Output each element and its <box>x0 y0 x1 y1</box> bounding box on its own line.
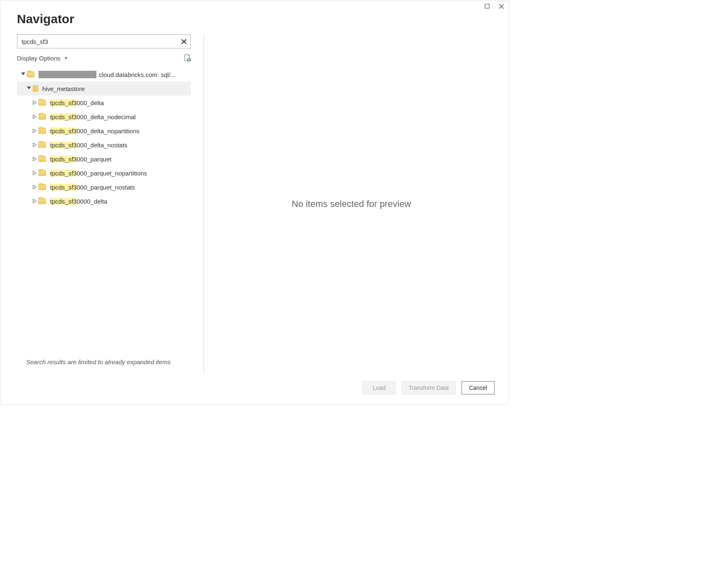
tree-schema-label-rest: 000_delta_nostats <box>77 142 127 149</box>
folder-icon <box>27 72 34 77</box>
tree-schema-label-rest: 000_delta_nodecimal <box>77 113 136 120</box>
expand-icon[interactable] <box>32 170 38 176</box>
preview-empty-message: No items selected for preview <box>292 199 411 209</box>
search-highlight: tpcds_sf3 <box>50 99 77 106</box>
refresh-button[interactable] <box>183 54 191 62</box>
maximize-button[interactable] <box>484 3 490 10</box>
folder-icon <box>38 170 46 176</box>
redacted-host <box>38 71 96 78</box>
tree-schema-item[interactable]: tpcds_sf3000_delta_nodecimal <box>17 110 191 124</box>
tree-db-label: hive_metastore <box>42 85 85 92</box>
tree-schema-label-rest: 0000_delta <box>77 198 107 205</box>
navigator-dialog: Navigator Display Options ▼ <box>0 0 509 405</box>
transform-data-button[interactable]: Transform Data <box>401 381 456 394</box>
search-highlight: tpcds_sf3 <box>50 127 77 135</box>
tree-schema-item[interactable]: tpcds_sf3000_delta_nostats <box>17 138 191 152</box>
search-highlight: tpcds_sf3 <box>50 156 77 163</box>
tree-schema-label: tpcds_sf3000_parquet_nostats <box>50 184 135 191</box>
display-options-dropdown[interactable]: Display Options ▼ <box>17 55 68 62</box>
tree-schema-label: tpcds_sf3000_delta_nopartitions <box>50 127 139 135</box>
svg-marker-9 <box>33 115 36 119</box>
clear-search-button[interactable] <box>179 37 188 46</box>
search-highlight: tpcds_sf3 <box>50 113 77 120</box>
expand-icon[interactable] <box>32 156 38 162</box>
expand-icon[interactable] <box>32 198 38 204</box>
svg-rect-0 <box>485 4 489 8</box>
search-scope-hint: Search results are limited to already ex… <box>17 354 191 374</box>
search-wrap <box>17 34 191 48</box>
cancel-button-label: Cancel <box>469 384 487 391</box>
options-row: Display Options ▼ <box>17 54 191 62</box>
navigator-tree[interactable]: .cloud.databricks.com: sql/... hive_meta… <box>17 65 191 354</box>
tree-schema-label-rest: 000_parquet_nostats <box>77 184 135 191</box>
load-button[interactable]: Load <box>363 381 396 394</box>
navigator-left-pane: Display Options ▼ <box>17 34 204 374</box>
tree-root-connection[interactable]: .cloud.databricks.com: sql/... <box>17 67 191 82</box>
folder-icon <box>38 114 46 120</box>
expand-icon[interactable] <box>32 100 38 106</box>
expand-icon[interactable] <box>32 184 38 190</box>
tree-schema-item[interactable]: tpcds_sf3000_parquet_nopartitions <box>17 166 191 180</box>
search-highlight: tpcds_sf3 <box>50 184 77 191</box>
folder-icon <box>38 156 46 162</box>
expand-icon[interactable] <box>32 114 38 120</box>
dialog-title: Navigator <box>17 12 492 26</box>
tree-schema-label-rest: 000_parquet_nopartitions <box>77 170 147 177</box>
collapse-icon[interactable] <box>20 72 26 77</box>
search-highlight: tpcds_sf3 <box>50 142 77 149</box>
tree-schema-item[interactable]: tpcds_sf3000_delta_nopartitions <box>17 124 191 138</box>
folder-icon <box>38 100 46 106</box>
tree-schema-label: tpcds_sf3000_delta <box>50 99 104 106</box>
database-icon <box>33 85 38 92</box>
tree-schema-label: tpcds_sf30000_delta <box>50 198 107 205</box>
tree-schema-label: tpcds_sf3000_delta_nodecimal <box>50 113 136 120</box>
search-highlight: tpcds_sf3 <box>50 170 77 177</box>
folder-icon <box>38 142 46 148</box>
tree-schema-item[interactable]: tpcds_sf3000_delta <box>17 96 191 110</box>
tree-schema-label: tpcds_sf3000_delta_nostats <box>50 142 127 149</box>
cancel-button[interactable]: Cancel <box>461 381 495 394</box>
load-button-label: Load <box>373 384 386 391</box>
tree-schema-item[interactable]: tpcds_sf3000_parquet <box>17 152 191 166</box>
preview-pane: No items selected for preview <box>204 34 499 374</box>
svg-marker-12 <box>33 157 36 161</box>
search-highlight: tpcds_sf3 <box>50 198 77 205</box>
close-button[interactable] <box>498 3 505 10</box>
tree-schema-label-rest: 000_delta_nopartitions <box>77 127 139 135</box>
collapse-icon[interactable] <box>26 86 32 91</box>
expand-icon[interactable] <box>32 128 38 134</box>
display-options-label: Display Options <box>17 55 60 62</box>
svg-marker-8 <box>33 101 36 105</box>
folder-icon <box>38 198 46 204</box>
chevron-down-icon: ▼ <box>64 55 68 60</box>
svg-marker-14 <box>33 185 36 189</box>
tree-schema-label-rest: 000_parquet <box>77 156 111 163</box>
transform-button-label: Transform Data <box>408 384 449 391</box>
svg-marker-7 <box>27 86 31 89</box>
expand-icon[interactable] <box>32 142 38 148</box>
svg-marker-10 <box>33 129 36 133</box>
tree-root-label: .cloud.databricks.com: sql/... <box>97 71 175 78</box>
folder-icon <box>38 128 46 134</box>
folder-icon <box>38 184 46 190</box>
dialog-footer: Load Transform Data Cancel <box>0 374 509 404</box>
tree-schema-item[interactable]: tpcds_sf30000_delta <box>17 194 191 208</box>
window-controls <box>484 3 505 10</box>
tree-database-hive-metastore[interactable]: hive_metastore <box>17 82 191 96</box>
tree-schema-item[interactable]: tpcds_sf3000_parquet_nostats <box>17 180 191 194</box>
svg-marker-15 <box>33 199 36 203</box>
dialog-header: Navigator <box>0 0 509 31</box>
svg-marker-6 <box>21 72 25 75</box>
tree-schema-label-rest: 000_delta <box>77 99 104 106</box>
dialog-body: Display Options ▼ <box>0 31 509 374</box>
tree-schema-label: tpcds_sf3000_parquet_nopartitions <box>50 170 147 177</box>
svg-marker-11 <box>33 143 36 147</box>
search-input[interactable] <box>17 34 191 48</box>
svg-marker-13 <box>33 171 36 175</box>
tree-schema-label: tpcds_sf3000_parquet <box>50 156 111 163</box>
